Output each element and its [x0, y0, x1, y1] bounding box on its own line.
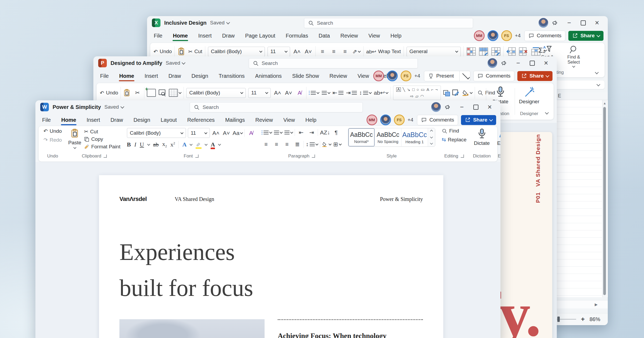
copy-button[interactable]: Copy — [84, 136, 103, 142]
close-button[interactable]: × — [590, 16, 604, 30]
vertical-scrollbar-thumb[interactable] — [603, 107, 606, 295]
editor-button[interactable]: Editor — [497, 128, 500, 146]
excel-tab-help[interactable]: Help — [390, 30, 402, 41]
close-button[interactable]: × — [483, 100, 497, 114]
comments-button[interactable]: Comments — [417, 115, 458, 125]
font-name-select[interactable]: Calibri (Body) — [127, 128, 186, 138]
minimize-button[interactable]: − — [455, 100, 469, 114]
excel-search-input[interactable]: Search — [304, 18, 473, 28]
increase-indent-icon[interactable]: ⇥ — [346, 88, 357, 97]
excel-tab-formulas[interactable]: Formulas — [286, 30, 308, 41]
word-document-page[interactable]: VanΛrsdel VA Shared Design Power & Simpl… — [99, 175, 443, 338]
shading-icon[interactable] — [322, 140, 331, 149]
word-saved-status[interactable]: Saved — [104, 104, 124, 110]
number-format-select[interactable]: General — [407, 47, 461, 57]
paste-icon[interactable] — [177, 47, 185, 56]
new-slide-icon[interactable] — [147, 89, 156, 97]
align-right-icon[interactable]: ≡ — [283, 140, 291, 149]
excel-tab-page-layout[interactable]: Page Layout — [245, 30, 276, 41]
font-color-icon[interactable]: A — [211, 141, 215, 148]
format-as-table-icon[interactable] — [479, 47, 488, 56]
collaborator-avatar-photo[interactable] — [488, 30, 498, 41]
excel-tab-insert[interactable]: Insert — [198, 30, 212, 41]
increase-font-size-icon[interactable]: A˄ — [273, 88, 282, 97]
word-search-input[interactable]: Search — [190, 102, 363, 112]
collaborator-avatar-photo[interactable] — [380, 115, 391, 125]
share-button[interactable]: Share — [568, 31, 603, 41]
collaborator-avatar-fs[interactable]: FS — [394, 115, 405, 125]
justify-icon[interactable]: ≣ — [293, 140, 302, 149]
present-button[interactable]: Present — [424, 71, 470, 81]
style-gallery-scroll[interactable] — [428, 128, 435, 146]
collaborator-avatar-mm[interactable]: MM — [367, 115, 377, 125]
word-tab-file[interactable]: File — [42, 115, 51, 126]
text-effects-icon[interactable]: A — [182, 141, 186, 148]
collaborator-avatar-fs[interactable]: FS — [501, 30, 512, 41]
ppt-tab-animations[interactable]: Animations — [255, 71, 282, 82]
maximize-button[interactable] — [525, 56, 539, 70]
ppt-font-size-select[interactable]: 11 — [248, 88, 271, 98]
quick-styles-icon[interactable] — [452, 89, 460, 97]
multilevel-list-icon[interactable] — [284, 128, 293, 137]
paragraph-marks-icon[interactable]: ¶ — [332, 128, 341, 137]
comments-button[interactable]: Comments — [473, 71, 514, 81]
shapes-gallery[interactable]: 🄰╲↘□○▭ A⌐¬⇨▱◠ — [393, 86, 441, 100]
feedback-megaphone-icon[interactable] — [548, 16, 562, 30]
strikethrough-icon[interactable]: ab — [153, 141, 159, 148]
scroll-right-arrow-icon[interactable]: ▶ — [595, 302, 598, 307]
ppt-font-name-select[interactable]: Calibri (Body) — [186, 88, 246, 98]
dialog-launcher-icon[interactable] — [104, 155, 107, 158]
ppt-designer-group[interactable]: Designer Designer — [515, 85, 543, 118]
paste-icon[interactable] — [123, 89, 131, 97]
align-left-icon[interactable]: ≡ — [262, 140, 270, 149]
powerpoint-search-input[interactable]: Search — [249, 58, 418, 68]
wrap-text-button[interactable]: ab↩ Wrap Text — [366, 49, 401, 55]
collaborator-overflow-count[interactable]: +4 — [414, 73, 420, 79]
line-spacing-icon[interactable]: ↕ — [359, 88, 372, 97]
word-tab-review[interactable]: Review — [255, 115, 273, 126]
style-chip-no-spacing[interactable]: AaBbCc No Spacing — [375, 128, 401, 146]
decrease-font-size-icon[interactable]: A˅ — [222, 128, 231, 138]
borders-icon[interactable]: ⊞ — [333, 140, 342, 149]
increase-font-size-icon[interactable]: A˄ — [212, 128, 220, 138]
align-center-icon[interactable]: ≡ — [272, 140, 281, 149]
user-avatar[interactable] — [488, 58, 497, 68]
collaborator-overflow-count[interactable]: +4 — [515, 33, 521, 39]
excel-cut-button[interactable]: ✂ Cut — [188, 49, 202, 55]
word-tab-insert[interactable]: Insert — [86, 115, 100, 126]
ppt-tab-slide-show[interactable]: Slide Show — [292, 71, 319, 82]
decrease-indent-icon[interactable]: ⇤ — [297, 128, 305, 137]
text-direction-icon[interactable]: ab↩ — [374, 88, 388, 97]
excel-tab-view[interactable]: View — [368, 30, 380, 41]
minimize-button[interactable]: − — [511, 56, 525, 70]
numbered-list-icon[interactable] — [274, 128, 282, 137]
dialog-launcher-icon[interactable] — [461, 155, 464, 158]
decrease-font-size-icon[interactable]: A˅ — [304, 47, 313, 56]
close-button[interactable]: × — [539, 56, 553, 70]
ppt-tab-insert[interactable]: Insert — [144, 71, 158, 82]
redo-button[interactable]: ↷ Redo — [43, 137, 62, 143]
italic-icon[interactable]: I — [134, 141, 136, 148]
bullet-list-icon[interactable] — [262, 128, 272, 137]
subscript-icon[interactable]: x2 — [162, 141, 167, 148]
superscript-icon[interactable]: x2 — [170, 141, 175, 148]
find-select-button[interactable]: Find & Select — [563, 45, 585, 68]
sort-icon[interactable]: AZ↓ — [320, 128, 330, 137]
delete-cells-icon[interactable] — [519, 47, 528, 56]
collaborator-avatar-mm[interactable]: MM — [474, 30, 485, 41]
style-chip-normal[interactable]: AaBbCc Normal* — [348, 128, 375, 146]
align-middle-icon[interactable]: ≡ — [330, 47, 338, 56]
insert-cells-icon[interactable] — [506, 47, 516, 56]
cell-styles-icon[interactable] — [491, 47, 501, 56]
comments-button[interactable]: Comments — [524, 31, 565, 41]
orientation-icon[interactable]: ⇗ — [352, 47, 361, 56]
document-image-placeholder[interactable] — [119, 319, 265, 338]
powerpoint-titlebar[interactable]: P Designed to Amplify Saved Search − × — [93, 56, 557, 70]
word-tab-view[interactable]: View — [283, 115, 295, 126]
excel-tab-home[interactable]: Home — [173, 30, 188, 41]
find-button[interactable]: Find — [442, 128, 459, 134]
excel-font-size-select[interactable]: 11 — [268, 47, 290, 57]
user-avatar[interactable] — [539, 18, 548, 28]
zoom-slider-thumb[interactable] — [557, 317, 560, 322]
numbered-list-icon[interactable] — [321, 88, 330, 97]
